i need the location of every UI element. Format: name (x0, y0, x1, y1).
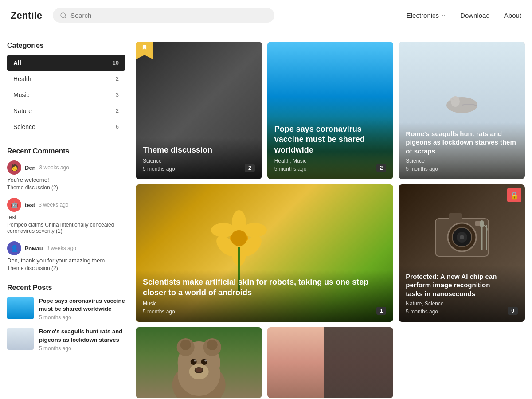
card-overlay-5: Protected: A new AI chip can perform ima… (399, 265, 525, 322)
card-overlay-1: Theme discussion Science 5 months ago 2 (136, 138, 262, 179)
card-overlay-3: Rome's seagulls hunt rats and pigeons as… (399, 122, 525, 180)
svg-point-29 (180, 340, 191, 350)
chevron-down-icon (441, 13, 446, 18)
woman-dark-hair (324, 327, 394, 398)
card-artificial-skin[interactable]: Scientists make artificial skin for robo… (136, 184, 393, 322)
bird-illustration (435, 83, 489, 120)
search-input[interactable] (70, 12, 267, 19)
comment-count-1: 2 (245, 164, 255, 172)
recent-post-2[interactable]: Rome's seagulls hunt rats and pigeons as… (7, 328, 125, 351)
search-icon (60, 12, 67, 19)
nav-about[interactable]: About (504, 12, 521, 19)
svg-rect-19 (449, 213, 462, 220)
comment-count-2: 2 (376, 164, 387, 172)
comment-test: 🤖 test 3 weeks ago test Pompeo claims Ch… (7, 198, 125, 234)
recent-posts: Recent Posts Pope says coronavirus vacci… (7, 284, 125, 352)
card-overlay-4: Scientists make artificial skin for robo… (136, 270, 393, 322)
camera-illustration (431, 205, 493, 265)
avatar-test: 🤖 (7, 198, 21, 212)
categories-title: Categories (7, 42, 125, 50)
logo[interactable]: Zentile (11, 10, 42, 21)
svg-point-35 (195, 368, 202, 372)
svg-point-18 (460, 235, 464, 239)
sidebar-item-all[interactable]: All 10 (7, 55, 125, 71)
recent-posts-title: Recent Posts (7, 284, 125, 292)
main-nav: Electronics Download About (407, 12, 521, 19)
comment-count-5: 0 (508, 307, 518, 315)
recent-post-thumb-2 (7, 328, 34, 350)
nav-electronics[interactable]: Electronics (407, 12, 446, 19)
card-bear[interactable] (136, 327, 262, 398)
nav-download[interactable]: Download (460, 12, 490, 19)
svg-point-0 (61, 13, 66, 18)
card-ai-chip[interactable]: 🔒 Protected: A new AI chip can perform i… (399, 184, 525, 322)
svg-point-4 (450, 97, 456, 102)
main-content: Theme discussion Science 5 months ago 2 … (136, 42, 525, 398)
svg-point-12 (231, 230, 247, 246)
sidebar-item-health[interactable]: Health 2 (7, 71, 125, 87)
card-theme-discussion[interactable]: Theme discussion Science 5 months ago 2 (136, 42, 262, 179)
svg-point-37 (204, 360, 207, 362)
page-body: Categories All 10 Health 2 Music 3 Natur… (0, 31, 532, 399)
svg-point-22 (480, 220, 484, 227)
comment-count-4: 1 (376, 307, 387, 315)
search-bar (53, 8, 274, 23)
posts-grid: Theme discussion Science 5 months ago 2 … (136, 42, 525, 398)
card-overlay-2: Pope says coronavirus vaccine must be sh… (267, 117, 394, 179)
card-pope-vaccine[interactable]: Pope says coronavirus vaccine must be sh… (267, 42, 394, 179)
avatar-roman: 👤 (7, 241, 21, 255)
sidebar: Categories All 10 Health 2 Music 3 Natur… (7, 42, 136, 398)
svg-point-32 (190, 359, 196, 365)
avatar-den: 🧑 (7, 160, 21, 175)
svg-point-36 (194, 360, 196, 362)
sidebar-item-nature[interactable]: Nature 2 (7, 103, 125, 119)
bear-illustration (136, 327, 262, 398)
svg-point-33 (201, 359, 207, 365)
recent-post-1[interactable]: Pope says coronavirus vaccine must be sh… (7, 297, 125, 321)
comment-den: 🧑 Den 3 weeks ago You're welcome! Theme … (7, 160, 125, 191)
sidebar-item-music[interactable]: Music 3 (7, 87, 125, 103)
comment-roman: 👤 Роман 3 weeks ago Den, thank you for y… (7, 241, 125, 271)
card-seagulls[interactable]: Rome's seagulls hunt rats and pigeons as… (399, 42, 525, 179)
recent-post-thumb-1 (7, 297, 34, 319)
category-list: All 10 Health 2 Music 3 Nature 2 Science… (7, 55, 125, 135)
sidebar-item-science[interactable]: Science 6 (7, 119, 125, 135)
svg-line-1 (65, 17, 66, 18)
recent-comments-title: Recent Comments (7, 147, 125, 155)
header: Zentile Electronics Download About (0, 0, 532, 31)
card-woman[interactable] (267, 327, 394, 398)
lock-icon: 🔒 (507, 188, 521, 202)
recent-comments: Recent Comments 🧑 Den 3 weeks ago You're… (7, 147, 125, 271)
svg-point-30 (207, 340, 217, 350)
